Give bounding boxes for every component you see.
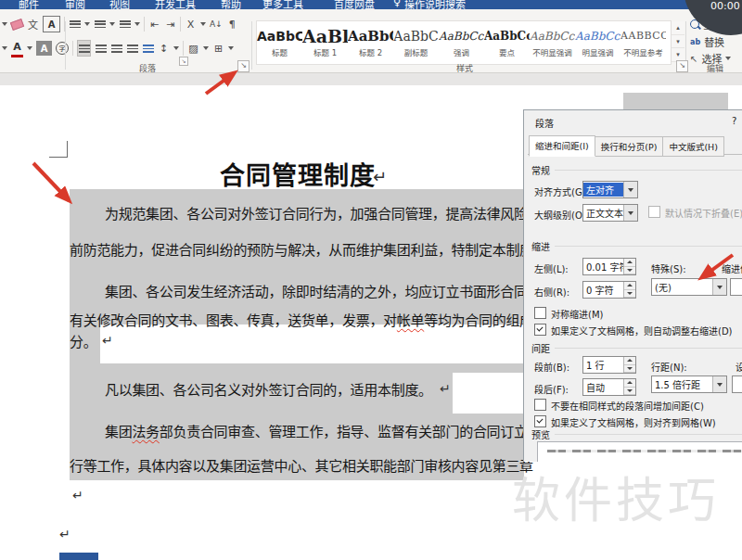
paragraph-2-line-3[interactable]: 分。 — [70, 331, 96, 350]
spin-up-icon[interactable] — [624, 282, 635, 290]
line-spacing-caret[interactable] — [173, 46, 179, 50]
style-item-intense-emphasis[interactable]: AaBbCcD明显强调 — [575, 21, 620, 64]
special-indent-combobox[interactable]: (无) — [651, 278, 727, 296]
line-spacing-combobox[interactable]: 1.5 倍行距 — [651, 375, 727, 393]
phonetic-guide-button[interactable]: 文 — [27, 17, 39, 32]
font-group-dialog-launcher[interactable]: ↘ — [179, 57, 188, 66]
mirror-indents-checkbox[interactable]: 对称缩进(M) — [534, 307, 603, 321]
spinner-buttons[interactable] — [623, 379, 635, 395]
gallery-scroll-down[interactable]: ▾ — [672, 35, 684, 49]
spinner-buttons[interactable] — [623, 259, 635, 274]
font-color-button[interactable]: A — [11, 40, 23, 57]
tab-indents-and-spacing[interactable]: 缩进和间距(I) — [529, 135, 595, 157]
menu-item-more-tools[interactable]: 更多工具 — [262, 0, 303, 9]
bullets-caret[interactable] — [84, 22, 90, 26]
sort-button[interactable]: A↓ — [210, 17, 223, 32]
space-after-spinner[interactable]: 自动 — [582, 378, 636, 396]
character-shading-button[interactable]: A — [36, 41, 52, 56]
numbering-caret[interactable] — [109, 22, 115, 26]
paragraph-return-mark: ↵ — [102, 333, 113, 348]
collapsed-by-default-checkbox[interactable]: 默认情况下折叠(E) — [648, 206, 742, 220]
tell-me-search[interactable]: 操作说明搜索 — [404, 0, 466, 9]
spin-up-icon[interactable] — [624, 259, 635, 267]
align-left-button[interactable] — [77, 40, 91, 57]
menu-item-view[interactable]: 视图 — [109, 0, 130, 9]
numbering-button[interactable] — [94, 17, 106, 32]
tab-line-and-page-breaks[interactable]: 换行和分页(P) — [595, 136, 664, 157]
menu-item-baidu-netdisk[interactable]: 百度网盘 — [334, 0, 375, 9]
outline-level-combobox[interactable]: 正文文本 — [582, 204, 638, 222]
style-item-heading2[interactable]: AaBbC标题 2 — [348, 21, 393, 64]
paragraph-2-line-1[interactable]: 集团、各公司发生经济活动，除即时结清的之外，均应订立书面形合同式 — [105, 281, 541, 300]
paragraph-4-line-1[interactable]: 集团法务部负责合同审查、管理工作，指导、监督有关部门的合同订立及履 — [105, 421, 555, 440]
style-item-emphasis[interactable]: AaBbCcD强调 — [439, 21, 484, 64]
select-caret[interactable] — [725, 57, 731, 60]
style-item-subtle-emphasis[interactable]: AaBbCcD不明显强调 — [530, 21, 575, 64]
align-right-button[interactable] — [110, 41, 122, 56]
indent-left-spinner[interactable]: 0.01 字符 — [582, 258, 636, 275]
indent-right-spinner[interactable]: 0 字符 — [582, 281, 636, 299]
borders-caret[interactable] — [228, 46, 234, 50]
character-border-button[interactable]: A — [43, 16, 60, 32]
gallery-scroll-up[interactable]: ▴ — [672, 21, 684, 35]
paragraph-1-line-2[interactable]: 前防范能力，促进合同纠纷的预防与解决，从而维护集团利益，特制定本制度 — [70, 239, 533, 259]
paragraph-dialog-launcher[interactable]: ↘ — [237, 60, 249, 72]
spin-down-icon[interactable] — [624, 267, 635, 275]
style-item-title[interactable]: AaBbC标题 — [257, 21, 302, 64]
menu-item-help[interactable]: 帮助 — [221, 0, 241, 9]
increase-indent-button[interactable]: ⇥ — [164, 17, 176, 32]
spin-up-icon[interactable] — [624, 357, 635, 365]
justify-button[interactable] — [126, 41, 138, 56]
enclose-characters-button[interactable]: 字 — [56, 41, 69, 56]
spin-down-icon[interactable] — [624, 388, 635, 396]
spacing-at-spinner[interactable] — [732, 375, 742, 393]
document-title[interactable]: 合同管理制度 — [220, 156, 376, 192]
indent-by-spinner[interactable] — [730, 278, 742, 296]
menu-item-review[interactable]: 审阅 — [65, 0, 85, 9]
style-item-subtle-reference[interactable]: AABBCCD不明显参考 — [620, 21, 666, 64]
style-item-strong[interactable]: AaBbCcD要点 — [484, 21, 530, 64]
chevron-down-icon[interactable] — [623, 182, 637, 197]
paragraph-2-line-2[interactable]: 有关修改合同的文书、图表、传真，送货单，发票，对帐单等均为合同的组成部 — [70, 310, 547, 329]
borders-button[interactable]: ⊞ — [212, 41, 224, 56]
style-item-heading1[interactable]: AaBl标题 1 — [302, 21, 348, 64]
shading-button[interactable]: ▨ — [187, 41, 199, 56]
align-center-button[interactable] — [95, 41, 107, 56]
spin-up-icon[interactable] — [624, 379, 635, 388]
distribute-button[interactable] — [142, 41, 154, 56]
spinner-buttons[interactable] — [623, 357, 635, 373]
space-before-spinner[interactable]: 1 行 — [582, 356, 636, 374]
chevron-down-icon[interactable] — [712, 376, 726, 392]
clear-formatting-button[interactable] — [11, 17, 23, 32]
shading-caret[interactable] — [203, 46, 209, 50]
multilevel-list-button[interactable] — [119, 17, 131, 32]
line-spacing-button[interactable]: ↕ — [158, 41, 170, 56]
font-color-caret[interactable] — [27, 46, 32, 50]
menu-item-mailings[interactable]: 邮件 — [19, 0, 39, 9]
show-hide-marks-button[interactable]: ¶ — [226, 17, 238, 32]
style-item-subtitle[interactable]: AaBbC副标题 — [393, 21, 439, 64]
styles-dialog-launcher[interactable]: ↘ — [676, 60, 688, 72]
chevron-down-icon[interactable] — [712, 279, 726, 295]
paragraph-4-line-2[interactable]: 行等工作，具体内容以及集团运营中心、其它相关职能部门审核内容见第三章 — [70, 455, 533, 475]
paragraph-3-line-1[interactable]: 凡以集团、各公司名义对外签订合同的，适用本制度。 — [105, 379, 432, 399]
asian-layout-caret[interactable] — [200, 22, 206, 26]
dropdown-caret[interactable] — [2, 46, 7, 50]
bullets-button[interactable] — [69, 17, 81, 32]
spin-down-icon[interactable] — [624, 365, 635, 374]
paragraph-1-line-1[interactable]: 为规范集团、各公司对外签订合同行为，加强合同管理，提高法律风险的事 — [105, 203, 555, 223]
multilevel-list-caret[interactable] — [134, 22, 140, 26]
alignment-combobox[interactable]: 左对齐 — [582, 181, 638, 198]
no-space-same-style-checkbox[interactable]: 不要在相同样式的段落间增加间距(C) — [534, 399, 704, 413]
tab-asian-typography[interactable]: 中文版式(H) — [662, 136, 724, 157]
menu-item-developer[interactable]: 开发工具 — [155, 0, 196, 9]
dropdown-caret[interactable] — [2, 22, 7, 26]
replace-button[interactable]: ab替换 — [690, 34, 724, 49]
spinner-buttons[interactable] — [623, 282, 635, 298]
dialog-help-button[interactable]: ? — [732, 116, 736, 126]
asian-layout-button[interactable]: X — [185, 17, 197, 32]
auto-adjust-right-indent-checkbox[interactable]: 如果定义了文档网格，则自动调整右缩进(D) — [534, 324, 733, 337]
spin-down-icon[interactable] — [624, 290, 635, 299]
chevron-down-icon[interactable] — [623, 205, 637, 221]
decrease-indent-button[interactable]: ⇤ — [148, 17, 160, 32]
